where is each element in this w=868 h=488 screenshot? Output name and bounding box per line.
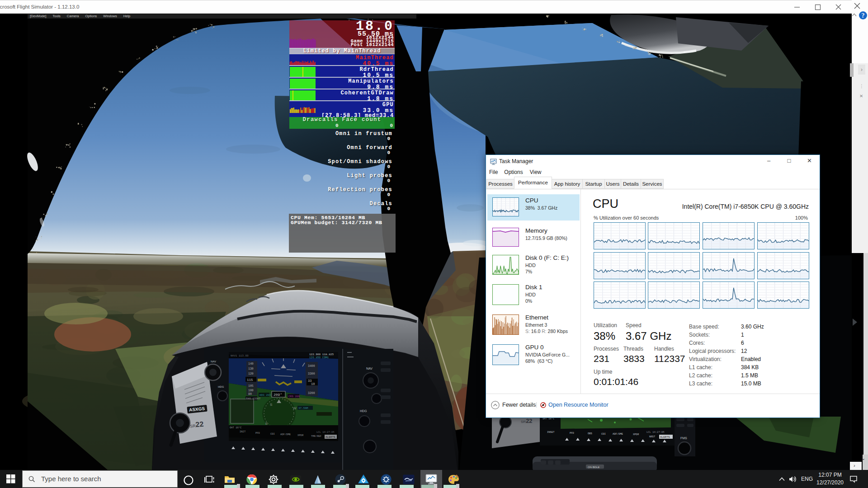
svg-text:HDG: HDG (360, 409, 367, 413)
svg-text:122.900 118.825: 122.900 118.825 (309, 353, 334, 356)
svg-text:NRST: NRST (649, 435, 656, 438)
svg-text:HDG: HDG (218, 385, 224, 388)
svg-text:LCL 14:27:05: LCL 14:27:05 (646, 431, 665, 434)
svg-text:XPDR: XPDR (633, 433, 639, 436)
svg-text:NAV: NAV (211, 360, 216, 363)
svg-text:ADF/DME: ADF/DME (613, 432, 623, 436)
svg-text:ALERTS: ALERTS (660, 436, 670, 439)
svg-text:INSET: INSET (547, 431, 555, 434)
svg-text:NAV: NAV (366, 367, 373, 370)
svg-text:CDI: CDI (601, 432, 606, 436)
svg-text:FMS: FMS (680, 436, 687, 440)
svg-text:?: ? (862, 12, 865, 19)
svg-text:OBS: OBS (588, 432, 593, 435)
svg-text:ON BDLE: ON BDLE (588, 466, 599, 469)
svg-text:PFD: PFD (570, 432, 575, 435)
